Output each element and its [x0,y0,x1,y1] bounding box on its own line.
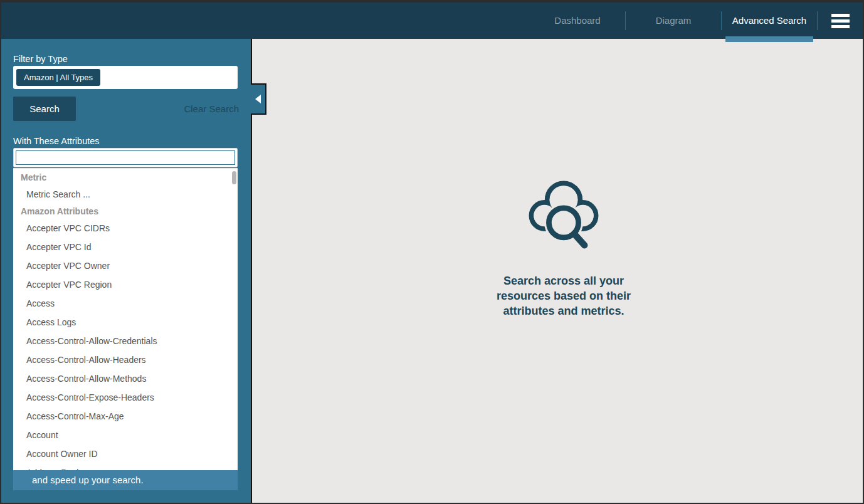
attribute-option[interactable]: Access-Control-Allow-Methods [13,369,238,388]
search-button[interactable]: Search [13,97,76,121]
tab-dashboard[interactable]: Dashboard [530,3,625,39]
attribute-option[interactable]: Address Pool [13,463,238,470]
dropdown-scrollbar-thumb[interactable] [232,171,236,184]
attribute-option[interactable]: Accepter VPC Id [13,238,238,256]
attribute-option[interactable]: Account [13,426,238,444]
attribute-option[interactable]: Access [13,294,238,313]
with-these-attributes-label: With These Attributes [13,136,100,146]
attribute-option[interactable]: Access-Control-Allow-Headers [13,350,238,369]
filter-type-select[interactable]: Amazon | All Types [13,66,238,89]
attributes-search-input[interactable] [16,150,235,165]
attribute-option[interactable]: Access-Control-Allow-Credentials [13,332,238,350]
attribute-group-header: Amazon Attributes [13,204,238,219]
attribute-option[interactable]: Access-Control-Max-Age [13,407,238,426]
top-nav: Dashboard Diagram Advanced Search [1,3,863,39]
attribute-option[interactable]: Access-Control-Expose-Headers [13,388,238,407]
hamburger-menu-button[interactable] [818,3,863,39]
attribute-option[interactable]: Access Logs [13,313,238,332]
tab-diagram[interactable]: Diagram [626,3,721,39]
chevron-left-icon [255,95,261,103]
empty-state-message-line: attributes and metrics. [463,303,664,318]
attribute-option[interactable]: Accepter VPC Owner [13,256,238,275]
empty-state-message-line: resources based on their [463,288,664,303]
clear-search-link[interactable]: Clear Search [184,103,239,114]
search-hint-bar: and speed up your search. [13,470,238,490]
search-sidebar: Filter by Type Amazon | All Types Search… [1,39,251,503]
empty-state: Search across all your resources based o… [463,172,664,318]
tab-advanced-search[interactable]: Advanced Search [722,3,817,39]
hamburger-icon [831,14,850,17]
empty-state-message: Search across all your resources based o… [463,273,664,318]
results-canvas: Search across all your resources based o… [251,39,863,503]
cloud-search-icon [520,172,608,255]
hamburger-icon [831,25,850,28]
attribute-option[interactable]: Accepter VPC Region [13,275,238,294]
attributes-input-wrapper [13,148,238,167]
filter-by-type-label: Filter by Type [13,54,68,64]
filter-type-tag[interactable]: Amazon | All Types [16,69,100,86]
attribute-group-header: Metric [13,170,238,185]
attribute-option[interactable]: Account Owner ID [13,444,238,463]
empty-state-message-line: Search across all your [463,273,664,288]
attribute-option[interactable]: Accepter VPC CIDRs [13,219,238,238]
attributes-dropdown-list: MetricMetric Search ...Amazon Attributes… [13,168,238,470]
hamburger-icon [831,19,850,23]
sidebar-collapse-button[interactable] [251,83,266,115]
attribute-option[interactable]: Metric Search ... [13,185,238,204]
app-window: Dashboard Diagram Advanced Search Filter… [0,0,864,504]
